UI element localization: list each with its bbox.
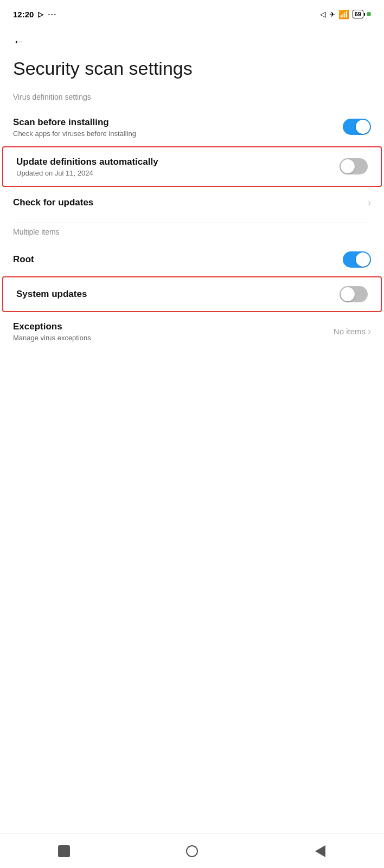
circle-icon bbox=[186, 845, 198, 857]
navigation-icon: ✈ bbox=[329, 10, 335, 18]
section-label-virus: Virus definition settings bbox=[0, 93, 384, 108]
green-dot-indicator bbox=[367, 12, 371, 16]
nav-home-button[interactable] bbox=[179, 838, 205, 864]
page-title: Security scan settings bbox=[0, 53, 384, 93]
time-display: 12:20 bbox=[13, 10, 34, 19]
scan-before-installing-text: Scan before installing Check apps for vi… bbox=[13, 116, 343, 138]
location-icon: ◁ bbox=[320, 10, 326, 18]
status-bar: 12:20 ▷ ··· ◁ ✈ 📶 69 bbox=[0, 0, 384, 26]
check-for-updates-title: Check for updates bbox=[13, 197, 93, 209]
update-definitions-row[interactable]: Update definitions automatically Updated… bbox=[2, 146, 382, 187]
square-icon bbox=[58, 845, 70, 857]
play-icon: ▷ bbox=[38, 10, 43, 18]
toggle-knob-2 bbox=[341, 159, 355, 173]
exceptions-title: Exceptions bbox=[13, 321, 334, 333]
status-left: 12:20 ▷ ··· bbox=[13, 10, 57, 19]
section-divider bbox=[13, 223, 371, 223]
system-updates-title: System updates bbox=[16, 288, 340, 300]
bottom-navigation bbox=[0, 833, 384, 868]
root-text: Root bbox=[13, 254, 343, 265]
more-icon: ··· bbox=[48, 10, 57, 18]
exceptions-chevron-icon: › bbox=[368, 326, 371, 337]
toggle-knob bbox=[356, 120, 370, 134]
update-definitions-text: Update definitions automatically Updated… bbox=[16, 156, 340, 177]
scan-before-installing-toggle[interactable] bbox=[343, 119, 371, 135]
toggle-knob-3 bbox=[356, 252, 370, 267]
system-updates-toggle[interactable] bbox=[340, 286, 368, 302]
section-label-multiple: Multiple items bbox=[0, 228, 384, 243]
exceptions-right: No items › bbox=[334, 326, 371, 337]
check-for-updates-row[interactable]: Check for updates › bbox=[0, 187, 384, 218]
triangle-icon bbox=[315, 845, 325, 857]
battery-indicator: 69 bbox=[353, 10, 363, 18]
nav-square-button[interactable] bbox=[51, 838, 77, 864]
update-definitions-toggle[interactable] bbox=[340, 158, 368, 174]
root-title: Root bbox=[13, 254, 343, 265]
update-definitions-subtitle: Updated on Jul 11, 2024 bbox=[16, 169, 340, 177]
back-button[interactable]: ← bbox=[0, 26, 384, 53]
toggle-knob-4 bbox=[341, 287, 355, 301]
scan-before-installing-subtitle: Check apps for viruses before installing bbox=[13, 129, 343, 138]
chevron-icon: › bbox=[368, 197, 371, 209]
update-definitions-title: Update definitions automatically bbox=[16, 156, 340, 168]
scan-before-installing-row[interactable]: Scan before installing Check apps for vi… bbox=[0, 108, 384, 146]
system-updates-row[interactable]: System updates bbox=[2, 276, 382, 312]
status-right: ◁ ✈ 📶 69 bbox=[320, 9, 371, 20]
exceptions-text: Exceptions Manage virus exceptions bbox=[13, 321, 334, 342]
wifi-icon: 📶 bbox=[338, 9, 349, 20]
nav-back-button[interactable] bbox=[307, 838, 333, 864]
back-arrow-icon: ← bbox=[13, 35, 25, 48]
root-row[interactable]: Root bbox=[0, 243, 384, 276]
root-toggle[interactable] bbox=[343, 251, 371, 268]
scan-before-installing-title: Scan before installing bbox=[13, 116, 343, 128]
exceptions-subtitle: Manage virus exceptions bbox=[13, 334, 334, 342]
system-updates-text: System updates bbox=[16, 288, 340, 300]
exceptions-row[interactable]: Exceptions Manage virus exceptions No it… bbox=[0, 312, 384, 351]
no-items-label: No items bbox=[334, 327, 366, 336]
